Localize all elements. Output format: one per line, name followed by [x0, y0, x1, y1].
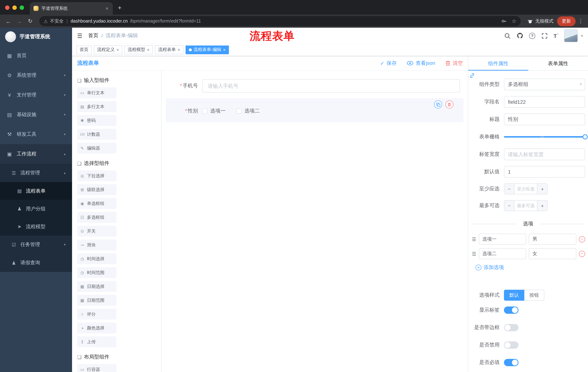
- tab-component-props[interactable]: 组件属性: [468, 56, 528, 70]
- save-button[interactable]: ✓ 保存: [380, 60, 397, 66]
- reload-icon[interactable]: ↻: [25, 18, 35, 24]
- avatar-caret-icon[interactable]: ▾: [581, 34, 583, 38]
- sidebar-item-system[interactable]: ⚙ 系统管理 ▾: [0, 65, 72, 85]
- slider-handle[interactable]: [583, 134, 588, 139]
- label-width-input[interactable]: [504, 149, 585, 160]
- breadcrumb-home[interactable]: 首页: [88, 32, 98, 39]
- slider-track[interactable]: [504, 136, 585, 138]
- palette-chip-radio-group[interactable]: ◉单选框组: [77, 198, 116, 209]
- palette-chip-editor[interactable]: ✎编辑器: [77, 143, 116, 154]
- sidebar-item-process-form[interactable]: ▤ 流程表单: [0, 182, 72, 200]
- add-option-button[interactable]: + 添加选项: [476, 264, 588, 271]
- tag-close-icon[interactable]: ×: [116, 47, 119, 52]
- sidebar-item-devtools[interactable]: ⚒ 研发工具 ▾: [0, 125, 72, 144]
- sidebar-logo[interactable]: 芋道管理系统: [0, 28, 72, 46]
- option-1-label-input[interactable]: [479, 234, 526, 244]
- palette-chip-checkbox-group[interactable]: ☑多选框组: [77, 212, 116, 223]
- option-1-value-input[interactable]: [529, 234, 576, 244]
- component-type-value[interactable]: [504, 79, 585, 90]
- minimize-window-button[interactable]: [12, 5, 17, 10]
- gender-option-2-checkbox[interactable]: 选项二: [237, 108, 260, 114]
- palette-chip-select[interactable]: ◎下拉选择: [77, 170, 116, 181]
- sidebar-item-infra[interactable]: ▤ 基础设施 ▾: [0, 105, 72, 125]
- sidebar-item-workflow[interactable]: ▣ 工作流程 ▴: [0, 144, 72, 164]
- link-icon[interactable]: [469, 73, 475, 80]
- remove-option-icon[interactable]: −: [579, 236, 585, 242]
- drag-handle-icon[interactable]: ☰: [472, 236, 476, 242]
- new-tab-button[interactable]: +: [118, 4, 122, 12]
- palette-chip-single-text[interactable]: ▭单行文本: [77, 87, 116, 98]
- palette-chip-rate[interactable]: ☆评分: [77, 309, 116, 319]
- palette-chip-cascader[interactable]: ⊞级联选择: [77, 184, 116, 195]
- increase-button[interactable]: +: [537, 184, 547, 194]
- tag-process-form[interactable]: 流程表单 ×: [155, 45, 183, 54]
- palette-chip-textarea[interactable]: ▤多行文本: [77, 101, 116, 112]
- copy-component-button[interactable]: [434, 100, 442, 108]
- gender-option-1-checkbox[interactable]: 选项一: [202, 108, 226, 114]
- form-canvas[interactable]: *手机号: [162, 71, 468, 372]
- option-2-value-input[interactable]: [529, 248, 576, 259]
- tag-process-definition[interactable]: 流程定义 ×: [94, 45, 122, 54]
- delete-component-button[interactable]: [445, 100, 453, 108]
- palette-chip-time-picker[interactable]: ◷时间选择: [77, 253, 116, 264]
- palette-chip-row-container[interactable]: ▭行容器: [77, 364, 116, 372]
- view-json-button[interactable]: 查看json: [407, 60, 435, 66]
- sidebar-item-home[interactable]: ▦ 首页: [0, 46, 72, 65]
- help-icon[interactable]: ?: [529, 32, 536, 39]
- font-size-icon[interactable]: T↑: [554, 32, 558, 39]
- phone-field-row[interactable]: *手机号: [166, 79, 463, 93]
- palette-chip-color-picker[interactable]: ◑颜色选择: [77, 322, 116, 333]
- address-bar[interactable]: ⚠ 不安全 | dashboard.yudao.iocoder.cn /bpm/…: [39, 16, 521, 26]
- browser-tab[interactable]: 芋道管理系统 ×: [30, 2, 113, 15]
- form-grid-slider[interactable]: [504, 131, 585, 143]
- sidebar-item-task-mgmt[interactable]: ☑ 任务管理 ▾: [0, 235, 72, 254]
- browser-update-button[interactable]: 更新: [557, 16, 576, 26]
- checkbox-box[interactable]: [237, 108, 242, 114]
- increase-button[interactable]: +: [537, 201, 547, 211]
- close-window-button[interactable]: [5, 5, 10, 10]
- tag-process-model[interactable]: 流程模型 ×: [125, 45, 153, 54]
- tab-form-props[interactable]: 表单属性: [528, 56, 588, 70]
- search-icon[interactable]: [504, 32, 511, 39]
- palette-chip-counter[interactable]: 123计数器: [77, 129, 116, 140]
- palette-chip-upload[interactable]: ↥上传: [77, 336, 116, 347]
- user-avatar[interactable]: [564, 29, 578, 42]
- decrease-button[interactable]: −: [504, 184, 514, 194]
- drag-handle-icon[interactable]: ☰: [472, 251, 476, 256]
- style-button-button[interactable]: 按钮: [524, 290, 544, 301]
- tag-home[interactable]: 首页: [76, 45, 92, 54]
- tag-process-form-edit[interactable]: 流程表单-编辑 ×: [186, 45, 229, 54]
- key-icon[interactable]: [502, 19, 507, 24]
- style-default-button[interactable]: 默认: [504, 290, 524, 301]
- maximize-window-button[interactable]: [20, 5, 24, 10]
- max-select-value[interactable]: 最多可选: [514, 201, 537, 211]
- sidebar-item-process-model[interactable]: ➤ 流程模型: [0, 218, 72, 235]
- palette-chip-switch[interactable]: ⊙开关: [77, 226, 116, 237]
- option-2-label-input[interactable]: [479, 248, 526, 259]
- sidebar-item-leave-query[interactable]: ♟ 请假查询: [0, 254, 72, 272]
- sidebar-item-process-mgmt[interactable]: ☰ 流程管理 ▴: [0, 164, 72, 182]
- show-label-switch[interactable]: [504, 307, 518, 314]
- title-input[interactable]: [504, 114, 585, 125]
- required-switch[interactable]: [504, 359, 518, 366]
- min-select-value[interactable]: 至少应选: [514, 184, 537, 194]
- fullscreen-icon[interactable]: [541, 32, 548, 39]
- github-icon[interactable]: [516, 32, 524, 39]
- palette-chip-date-picker[interactable]: ▦日期选择: [77, 281, 116, 292]
- clear-button[interactable]: 清空: [445, 60, 463, 66]
- browser-menu-icon[interactable]: ⋮: [577, 18, 584, 24]
- phone-input[interactable]: [202, 79, 460, 93]
- gender-field-row[interactable]: *性别 选项一 选项二: [166, 108, 460, 114]
- tab-close-icon[interactable]: ×: [105, 5, 109, 11]
- sidebar-item-payment[interactable]: ¥ 支付管理 ▾: [0, 85, 72, 105]
- border-switch[interactable]: [504, 324, 518, 331]
- checkbox-box[interactable]: [202, 108, 207, 114]
- default-value-input[interactable]: [504, 166, 585, 178]
- tag-close-icon[interactable]: ×: [147, 47, 149, 52]
- bookmark-star-icon[interactable]: ☆: [512, 18, 516, 24]
- palette-chip-password[interactable]: ✱密码: [77, 115, 116, 126]
- disabled-switch[interactable]: [504, 341, 518, 349]
- field-name-input[interactable]: [504, 96, 585, 108]
- forward-icon[interactable]: →: [15, 18, 24, 24]
- sidebar-item-user-group[interactable]: ♟ 用户分组: [0, 200, 72, 218]
